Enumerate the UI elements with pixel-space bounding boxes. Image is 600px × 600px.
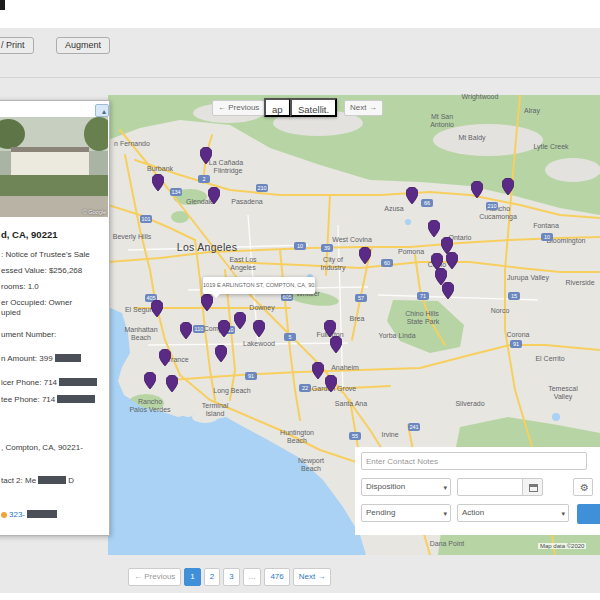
augment-button[interactable]: Augment — [56, 37, 110, 54]
map-pin[interactable] — [359, 247, 371, 264]
property-photo[interactable]: © Google — [0, 117, 108, 217]
map-pin[interactable] — [144, 372, 156, 389]
redacted-value — [38, 476, 66, 484]
map-pin[interactable] — [325, 375, 337, 392]
redacted-value — [55, 354, 81, 362]
property-line: : Notice of Trustee's Sale — [1, 250, 106, 261]
chevron-up-icon: ▴ — [102, 107, 106, 116]
map-pin[interactable] — [428, 220, 440, 237]
chevron-down-icon: ▾ — [561, 506, 565, 522]
map-pin[interactable] — [406, 187, 418, 204]
disposition-select-label: Disposition — [366, 482, 405, 491]
pagination-previous-button[interactable]: ← Previous — [128, 568, 181, 586]
property-line: d, CA, 90221 — [1, 229, 106, 240]
map-pin[interactable] — [253, 320, 265, 337]
redacted-value — [59, 378, 97, 386]
map-pin[interactable] — [166, 375, 178, 392]
action-select-label: Action — [462, 508, 484, 517]
pagination: ← Previous 123...476 Next → — [128, 568, 331, 587]
page-number-button[interactable]: 1 — [184, 568, 200, 586]
infowindow-caret — [212, 294, 220, 302]
map-pin[interactable] — [502, 178, 514, 195]
property-line: rooms: 1.0 — [1, 282, 106, 293]
map-pin[interactable] — [215, 345, 227, 362]
pagination-next-button[interactable]: Next → — [293, 568, 332, 586]
property-detail-card: ▴ © Google d, CA, 90221: Notice of Trust… — [0, 100, 110, 536]
action-select[interactable]: Action ▾ — [457, 504, 569, 522]
map-pin[interactable] — [312, 362, 324, 379]
gear-icon: ⚙ — [580, 482, 589, 493]
property-line[interactable]: 323- — [1, 510, 106, 521]
map-pin[interactable] — [180, 322, 192, 339]
property-line: tee Phone: 714 — [1, 395, 106, 406]
settings-button[interactable]: ⚙ — [573, 478, 593, 496]
previous-property-button[interactable]: ← Previous — [212, 100, 265, 116]
calendar-icon — [529, 484, 538, 492]
pending-select-label: Pending — [366, 508, 395, 517]
date-input-group — [457, 478, 543, 496]
redacted-value — [57, 395, 95, 403]
pending-select[interactable]: Pending ▾ — [361, 504, 451, 522]
page-number-button[interactable]: 476 — [264, 568, 289, 586]
map-pin[interactable] — [442, 282, 454, 299]
collapse-panel-button[interactable]: ▴ — [95, 104, 109, 117]
map-pin[interactable] — [324, 320, 336, 337]
map-pin[interactable] — [330, 336, 342, 353]
map-pin[interactable] — [152, 174, 164, 191]
toolbar-divider — [0, 77, 600, 78]
disposition-select[interactable]: Disposition ▾ — [361, 478, 451, 496]
property-line: icer Phone: 714 — [1, 378, 106, 389]
pagination-ellipsis: ... — [243, 568, 262, 586]
property-line: n Amount: 399 — [1, 354, 106, 365]
photo-credit: © Google — [83, 209, 106, 215]
property-line: tact 2: MeD — [1, 476, 106, 487]
window-corner-fragment — [0, 0, 5, 10]
map-pin[interactable] — [218, 320, 230, 337]
chevron-down-icon: ▾ — [443, 480, 447, 496]
export-print-button[interactable]: rt / Print — [0, 37, 34, 54]
map-attribution: Map data ©2020 — [538, 543, 586, 549]
page-number-button[interactable]: 2 — [204, 568, 220, 586]
map-pin[interactable] — [471, 181, 483, 198]
map-pin[interactable] — [208, 187, 220, 204]
calendar-button[interactable] — [522, 478, 543, 496]
contact-form-panel: Disposition ▾ ⚙ Pending ▾ Action ▾ — [355, 447, 600, 535]
map-pin[interactable] — [446, 252, 458, 269]
map-infowindow: 1019 E ARLINGTON ST, COMPTON, CA, 90221 — [203, 277, 315, 294]
map-pin[interactable] — [200, 147, 212, 164]
map-type-satellite-button[interactable]: Satellit. — [290, 98, 337, 117]
photo-tree — [84, 117, 108, 151]
map-type-map-button[interactable]: ap — [264, 98, 291, 117]
date-input[interactable] — [457, 478, 523, 496]
map-pin[interactable] — [234, 312, 246, 329]
contact-notes-input[interactable] — [361, 452, 587, 470]
redacted-value — [27, 510, 57, 518]
page-number-list: 123...476 — [184, 568, 289, 587]
property-line: ument Number: — [1, 330, 106, 341]
property-line: , Compton, CA, 90221- — [1, 443, 106, 454]
page-number-button[interactable]: 3 — [223, 568, 239, 586]
chevron-down-icon: ▾ — [443, 506, 447, 522]
property-line: essed Value: $256,268 — [1, 266, 106, 277]
next-property-button[interactable]: Next → — [344, 100, 383, 116]
property-line: upied — [1, 308, 106, 319]
bottom-whitespace — [0, 593, 600, 600]
map-pin[interactable] — [159, 349, 171, 366]
phone-status-icon — [1, 512, 7, 518]
app-window: rt / Print Augment — [0, 0, 600, 600]
map-pin[interactable] — [151, 300, 163, 317]
submit-button[interactable] — [577, 504, 600, 524]
top-whitespace — [0, 0, 600, 28]
